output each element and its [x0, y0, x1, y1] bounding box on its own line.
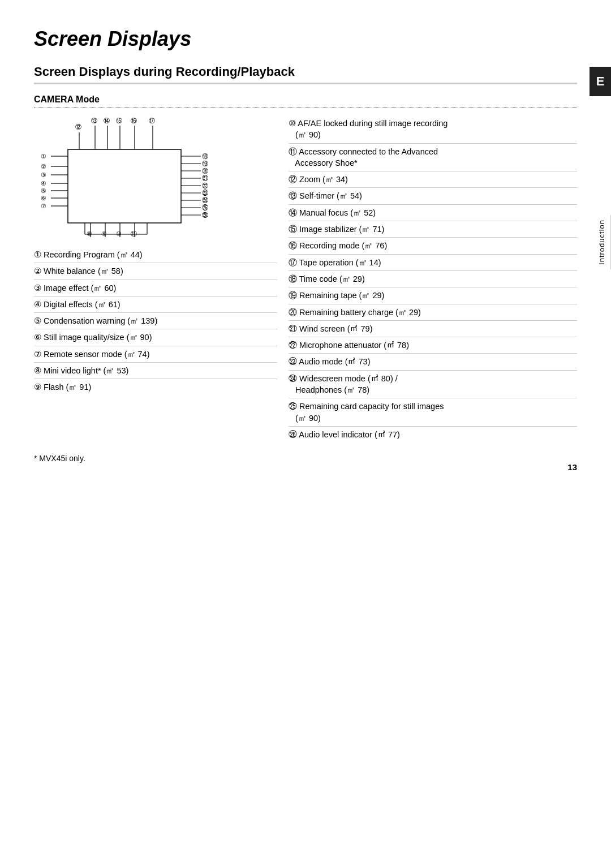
svg-text:⑧: ⑧ [87, 230, 92, 237]
page-title: Screen Displays [34, 27, 577, 51]
left-column: ① ② ③ ④ ⑤ ⑥ [34, 115, 277, 442]
list-item: ㉑ Wind screen (㎡ 79) [289, 321, 577, 337]
page-number: 13 [567, 462, 577, 472]
list-item: ① Recording Program (㎡ 44) [34, 247, 277, 263]
svg-text:⑥: ⑥ [41, 195, 46, 201]
list-item: ⑥ Still image quality/size (㎡ 90) [34, 329, 277, 346]
list-item: ㉔ Widescreen mode (㎡ 80) / Headphones (㎡… [289, 371, 577, 399]
right-column: ⑩ AF/AE locked during still image record… [289, 115, 577, 442]
svg-text:㉓: ㉓ [202, 190, 208, 196]
dotted-divider [34, 107, 577, 108]
list-item: ⑰ Tape operation (㎡ 14) [289, 255, 577, 271]
svg-text:㉑: ㉑ [202, 175, 208, 182]
svg-text:⑫: ⑫ [75, 123, 81, 130]
svg-text:⑭: ⑭ [104, 117, 110, 124]
list-item: ⑦ Remote sensor mode (㎡ 74) [34, 346, 277, 363]
list-item: ② White balance (㎡ 58) [34, 263, 277, 280]
svg-text:①: ① [41, 153, 46, 160]
list-item: ⑳ Remaining battery charge (㎡ 29) [289, 304, 577, 321]
e-tab: E [590, 67, 611, 96]
page-container: Screen Displays Screen Displays during R… [0, 0, 611, 485]
svg-text:②: ② [41, 163, 46, 170]
svg-text:⑬: ⑬ [91, 117, 97, 124]
svg-text:㉖: ㉖ [202, 212, 208, 218]
svg-text:㉒: ㉒ [202, 182, 208, 189]
svg-text:⑪: ⑪ [131, 230, 137, 237]
list-item: ⑩ AF/AE locked during still image record… [289, 115, 577, 144]
diagram-area: ① ② ③ ④ ⑤ ⑥ [34, 115, 272, 240]
list-item: ⑱ Time code (㎡ 29) [289, 271, 577, 287]
list-item: ⑨ Flash (㎡ 91) [34, 379, 277, 395]
svg-text:⑯: ⑯ [131, 117, 137, 124]
svg-rect-0 [68, 149, 181, 223]
list-item: ⑧ Mini video light* (㎡ 53) [34, 363, 277, 379]
list-item: ④ Digital effects (㎡ 61) [34, 297, 277, 313]
list-item: ⑤ Condensation warning (㎡ 139) [34, 313, 277, 329]
left-items-list: ① Recording Program (㎡ 44) ② White balan… [34, 247, 277, 396]
list-item: ③ Image effect (㎡ 60) [34, 280, 277, 297]
list-item: ㉒ Microphone attenuator (㎡ 78) [289, 337, 577, 354]
svg-text:⑤: ⑤ [41, 187, 46, 194]
svg-text:⑨: ⑨ [101, 230, 107, 237]
svg-text:⑩: ⑩ [116, 230, 122, 237]
svg-text:㉕: ㉕ [202, 204, 208, 211]
list-item: ⑬ Self-timer (㎡ 54) [289, 188, 577, 204]
list-item: ㉖ Audio level indicator (㎡ 77) [289, 427, 577, 442]
footnote: * MVX45i only. [34, 454, 577, 463]
svg-text:⑮: ⑮ [116, 117, 122, 124]
diagram-svg: ① ② ③ ④ ⑤ ⑥ [34, 115, 272, 240]
list-item: ⑫ Zoom (㎡ 34) [289, 171, 577, 188]
list-item: ㉓ Audio mode (㎡ 73) [289, 354, 577, 370]
svg-text:④: ④ [41, 180, 46, 187]
svg-text:㉔: ㉔ [202, 197, 208, 204]
svg-text:⑰: ⑰ [149, 117, 155, 124]
section-heading: Screen Displays during Recording/Playbac… [34, 65, 577, 84]
list-item: ⑮ Image stabilizer (㎡ 71) [289, 221, 577, 238]
svg-text:③: ③ [41, 171, 46, 178]
list-item: ⑭ Manual focus (㎡ 52) [289, 205, 577, 221]
svg-text:⑲: ⑲ [202, 160, 208, 167]
list-item: ㉕ Remaining card capacity for still imag… [289, 398, 577, 427]
svg-text:⑱: ⑱ [202, 153, 208, 160]
list-item: ⑯ Recording mode (㎡ 76) [289, 238, 577, 254]
right-items-list: ⑩ AF/AE locked during still image record… [289, 115, 577, 442]
svg-text:⑦: ⑦ [41, 203, 46, 209]
svg-text:⑳: ⑳ [202, 167, 208, 174]
section-heading-text: Screen Displays during Recording/Playbac… [34, 65, 295, 79]
content-area: ① ② ③ ④ ⑤ ⑥ [34, 115, 577, 442]
camera-mode-title: CAMERA Mode [34, 94, 577, 105]
list-item: ⑪ Accessory connected to the Advanced Ac… [289, 144, 577, 172]
intro-vertical-label: Introduction [595, 215, 611, 269]
list-item: ⑲ Remaining tape (㎡ 29) [289, 287, 577, 304]
